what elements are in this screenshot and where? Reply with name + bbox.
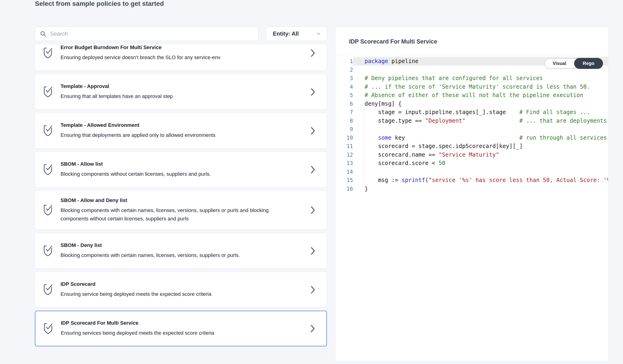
line-number: 5	[335, 92, 353, 98]
policy-description: Ensuring that deployments are applied on…	[61, 131, 270, 139]
line-number: 6	[335, 101, 353, 107]
code-segment	[465, 118, 519, 124]
line-number: 2	[335, 67, 353, 73]
code-segment: # ... that are deployments	[519, 118, 607, 124]
shield-check-icon	[44, 323, 54, 334]
view-mode-toggle[interactable]: Visual Rego	[544, 58, 603, 69]
policy-card[interactable]: SBOM - Allow and Deny list Blocking comp…	[35, 191, 327, 230]
line-number: 3	[335, 75, 353, 81]
policy-card[interactable]: Template - Approval Ensuring that all te…	[35, 74, 327, 110]
chevron-down-icon	[316, 31, 321, 37]
chevron-right-icon	[310, 206, 316, 214]
code-line-text: }	[353, 185, 608, 193]
search-icon	[40, 30, 46, 37]
code-segment: # Absence of either of these will not ha…	[365, 92, 583, 98]
policy-detail-panel: IDP Scorecard For Multi Service Visual R…	[335, 27, 608, 361]
chevron-right-icon	[310, 325, 316, 333]
code-segment: deny[msg] {	[365, 101, 401, 107]
policy-description: Blocking components with certain names, …	[61, 251, 270, 259]
code-line: 13 scorecard.score < 50	[335, 159, 608, 168]
policy-description: Ensuring deployed service doesn't breach…	[61, 53, 270, 62]
code-segment: package	[365, 58, 388, 64]
policy-description: Ensuring service being deployed meets th…	[61, 290, 270, 298]
code-line: 11 scorecard = stage.spec.idpScorecard[k…	[335, 142, 608, 150]
search-input[interactable]	[50, 30, 254, 37]
chevron-right-icon	[310, 286, 316, 294]
code-segment: some	[378, 134, 392, 141]
policy-title: SBOM - Allow list	[61, 161, 310, 167]
line-number: 4	[335, 84, 353, 90]
policy-title: Error Budget Burndown For Multi Service	[61, 44, 310, 50]
policy-card[interactable]: IDP Scorecard For Multi Service Ensuring…	[35, 311, 327, 346]
code-line: 9	[335, 125, 608, 134]
code-line-text: msg := sprintf("service '%s' has score l…	[353, 176, 608, 185]
page-title: Select from sample policies to get start…	[35, 0, 164, 7]
policy-detail-header: IDP Scorecard For Multi Service	[335, 27, 608, 56]
policy-title: Template - Allowed Environment	[61, 122, 310, 128]
code-line-text: stage = input.pipeline.stages[_].stage #…	[353, 108, 608, 117]
policy-title: SBOM - Allow and Deny list	[61, 197, 310, 203]
rego-code-viewer: 1 package pipeline 2 3 # Deny pipelines …	[335, 56, 608, 193]
code-line: 10 some key # run through all services	[335, 134, 608, 142]
code-segment: stage = input.pipeline.stages[_].stage	[365, 109, 519, 115]
code-segment: "Deployment"	[425, 118, 465, 124]
policy-description: Ensuring that all templates have an appr…	[61, 92, 270, 101]
code-segment: # run through all services	[519, 134, 607, 141]
chevron-right-icon	[310, 166, 316, 174]
code-segment: "service '%s' has score less than 50, Ac…	[429, 177, 608, 183]
line-number: 9	[335, 126, 353, 132]
code-segment: # Deny pipelines that are configured for…	[365, 75, 543, 82]
code-segment: msg :=	[365, 177, 401, 183]
line-number: 15	[335, 177, 353, 183]
policy-title: SBOM - Deny list	[61, 242, 310, 248]
code-segment	[365, 134, 378, 141]
shield-check-icon	[44, 164, 53, 175]
code-line: 14	[335, 168, 608, 176]
policy-card[interactable]: SBOM - Allow list Blocking components wi…	[35, 152, 327, 187]
code-line: 5 # Absence of either of these will not …	[335, 91, 608, 100]
code-line-text: scorecard.name == "Service Maturity"	[353, 150, 608, 159]
policy-title: IDP Scorecard For Multi Service	[61, 320, 310, 326]
search-box[interactable]	[35, 26, 258, 41]
entity-filter-dropdown[interactable]: Entity: All	[266, 26, 327, 41]
policy-title: Template - Approval	[61, 83, 310, 89]
code-line: 15 msg := sprintf("service '%s' has scor…	[335, 176, 608, 185]
code-line-text: deny[msg] {	[353, 100, 608, 108]
code-line: 16 }	[335, 185, 608, 193]
policy-card[interactable]: SBOM - Deny list Blocking components wit…	[35, 233, 327, 269]
line-number: 11	[335, 143, 353, 149]
code-segment: scorecard.score <	[365, 160, 439, 166]
line-number: 7	[335, 109, 353, 115]
line-number: 12	[335, 152, 353, 158]
policy-description: Blocking components without certain lice…	[61, 170, 270, 178]
tab-visual[interactable]: Visual	[545, 61, 574, 66]
policy-description: Ensuring services being deployed meets t…	[61, 329, 270, 337]
line-number: 16	[335, 186, 353, 192]
code-line-text: # Absence of either of these will not ha…	[353, 91, 608, 100]
code-segment: }	[365, 186, 368, 192]
entity-filter-label: Entity: All	[273, 30, 299, 37]
policy-list: Error Budget Burndown For Multi Service …	[35, 44, 327, 361]
code-line-text: # ... if the score of 'Service Maturity'…	[353, 83, 608, 91]
line-number: 10	[335, 135, 353, 141]
code-segment: pipeline	[388, 58, 418, 64]
policy-description: Blocking components with certain names, …	[61, 206, 270, 223]
line-number: 14	[335, 169, 353, 175]
code-line-text	[353, 125, 608, 134]
line-number: 1	[335, 58, 353, 64]
chevron-right-icon	[310, 247, 316, 255]
tab-rego[interactable]: Rego	[574, 58, 603, 69]
code-line: 4 # ... if the score of 'Service Maturit…	[335, 83, 608, 91]
code-line: 12 scorecard.name == "Service Maturity"	[335, 150, 608, 159]
policy-card[interactable]: Template - Allowed Environment Ensuring …	[35, 113, 327, 149]
code-line-text: scorecard.score < 50	[353, 159, 608, 168]
code-segment: scorecard.name ==	[365, 151, 439, 158]
policy-card[interactable]: Error Budget Burndown For Multi Service …	[35, 44, 327, 71]
code-segment: # Find all stages ...	[519, 109, 590, 115]
code-segment: (	[425, 177, 428, 183]
chevron-right-icon	[310, 127, 316, 135]
code-line-text: some key # run through all services	[353, 134, 608, 142]
policy-card[interactable]: IDP Scorecard Ensuring service being dep…	[35, 272, 327, 307]
shield-check-icon	[44, 125, 53, 137]
code-segment: sprintf	[401, 177, 425, 183]
